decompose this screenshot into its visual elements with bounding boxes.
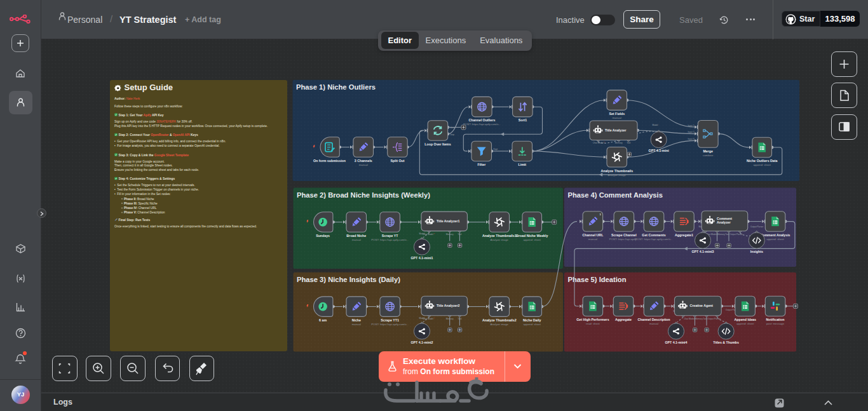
svg-text:Scrape YT1: Scrape YT1 bbox=[381, 318, 399, 322]
svg-text:GPT 4.1-mini1: GPT 4.1-mini1 bbox=[410, 256, 433, 260]
svg-text:manual: manual bbox=[352, 323, 361, 326]
svg-text:Niche Outliers Data: Niche Outliers Data bbox=[747, 159, 778, 163]
svg-text:append: sheet: append: sheet bbox=[766, 238, 784, 241]
svg-text:Tool: Tool bbox=[627, 142, 630, 144]
svg-text:POST: https://api.apify.com/v.: POST: https://api.apify.com/v... bbox=[463, 123, 501, 126]
svg-text:Scrape YT: Scrape YT bbox=[382, 234, 398, 238]
svg-text:POST: https://api.apify...: POST: https://api.apify... bbox=[609, 238, 639, 241]
svg-text:Analyze image: Analyze image bbox=[491, 238, 509, 241]
svg-text:read: sheet: read: sheet bbox=[586, 322, 600, 325]
svg-text:Channel Outliers: Channel Outliers bbox=[468, 118, 495, 122]
svg-text:Notification: Notification bbox=[766, 318, 785, 321]
svg-text:append: sheet: append: sheet bbox=[523, 323, 541, 326]
svg-text:Analyze Thumbnails: Analyze Thumbnails bbox=[600, 169, 633, 173]
svg-text:Input 3: Input 3 bbox=[688, 138, 694, 140]
svg-text:Analyze image: Analyze image bbox=[491, 323, 509, 326]
svg-text:POST: https://api.apify.com/v.: POST: https://api.apify.com/v... bbox=[371, 323, 409, 326]
svg-text:POST: https://api.apify.com/v.: POST: https://api.apify.com/v... bbox=[635, 238, 673, 241]
svg-text:Aggregate1: Aggregate1 bbox=[675, 233, 693, 237]
svg-text:combine: combine bbox=[703, 154, 714, 157]
svg-text:Loop Over Items: Loop Over Items bbox=[424, 142, 451, 146]
svg-text:manual: manual bbox=[359, 163, 368, 166]
svg-text:manual: manual bbox=[649, 322, 658, 325]
svg-text:Analyzer: Analyzer bbox=[717, 220, 731, 224]
svg-text:Niche Daily: Niche Daily bbox=[523, 318, 541, 322]
svg-text:Title Analyzer2: Title Analyzer2 bbox=[437, 304, 459, 307]
svg-text:Channel Description: Channel Description bbox=[637, 318, 670, 321]
svg-text:append: sheet: append: sheet bbox=[753, 163, 771, 166]
svg-text:Chat Model Memory: Chat Model Memory bbox=[684, 318, 703, 320]
svg-text:Broad Niche: Broad Niche bbox=[346, 234, 366, 238]
svg-text:Input 1: Input 1 bbox=[688, 125, 694, 127]
svg-text:Channel URL: Channel URL bbox=[582, 233, 604, 237]
svg-text:Filter: Filter bbox=[477, 163, 485, 166]
svg-text:Split Out: Split Out bbox=[391, 159, 405, 163]
svg-text:Set Fields: Set Fields bbox=[609, 112, 625, 116]
svg-text:Analyze Thumbnails1: Analyze Thumbnails1 bbox=[482, 234, 517, 238]
svg-text:Memory: Memory bbox=[615, 142, 623, 144]
svg-text:POST: https://api.apify.com/v.: POST: https://api.apify.com/v... bbox=[371, 238, 409, 241]
svg-text:Analyze image: Analyze image bbox=[608, 173, 627, 177]
svg-text:manual: manual bbox=[588, 238, 597, 241]
svg-text:GPT 4.1-mini2: GPT 4.1-mini2 bbox=[410, 340, 433, 344]
svg-text:Broad Niche Weekly: Broad Niche Weekly bbox=[516, 234, 548, 238]
svg-text:Output Parser: Output Parser bbox=[750, 226, 764, 228]
svg-text:GPT 4.1-mini3: GPT 4.1-mini3 bbox=[691, 250, 714, 253]
svg-text:manual: manual bbox=[613, 116, 621, 119]
svg-text:Sort1: Sort1 bbox=[519, 118, 527, 122]
svg-text:3 Channels: 3 Channels bbox=[355, 159, 372, 163]
svg-text:Get Comments: Get Comments bbox=[642, 233, 665, 237]
svg-text:post: message: post: message bbox=[766, 322, 785, 325]
svg-text:Comment Analysis: Comment Analysis bbox=[760, 233, 790, 237]
svg-text:Model: Model bbox=[653, 124, 658, 126]
svg-text:Get High Performers: Get High Performers bbox=[576, 318, 609, 321]
svg-text:Model: Model bbox=[419, 317, 425, 320]
svg-text:Title Analyzer: Title Analyzer bbox=[605, 128, 626, 132]
svg-text:manual: manual bbox=[352, 238, 361, 241]
svg-text:Model: Model bbox=[419, 232, 425, 235]
svg-text:append: sheet: append: sheet bbox=[736, 322, 754, 325]
svg-text:Merge: Merge bbox=[703, 149, 713, 153]
svg-text:Scrape Channel: Scrape Channel bbox=[611, 233, 637, 237]
svg-text:GPT 4.1-mini: GPT 4.1-mini bbox=[649, 149, 670, 152]
svg-text:Titles & Thumbs: Titles & Thumbs bbox=[713, 340, 739, 344]
svg-text:Sundays: Sundays bbox=[316, 234, 330, 238]
svg-text:Tool Output Parser: Tool Output Parser bbox=[725, 233, 743, 236]
svg-text:Input 2: Input 2 bbox=[688, 131, 694, 133]
svg-text:Niche: Niche bbox=[352, 318, 361, 322]
svg-text:GPT 4.1-mini4: GPT 4.1-mini4 bbox=[665, 340, 687, 344]
svg-text:Kept: Kept bbox=[494, 148, 498, 151]
svg-text:append: sheet: append: sheet bbox=[523, 238, 541, 241]
svg-text:Creative Agent: Creative Agent bbox=[690, 304, 714, 307]
svg-text:6 am: 6 am bbox=[319, 318, 327, 322]
svg-text:Title Analyzer1: Title Analyzer1 bbox=[437, 219, 459, 223]
svg-text:loop: loop bbox=[451, 133, 455, 136]
svg-text:Append Ideas: Append Ideas bbox=[734, 318, 756, 321]
svg-text:On form submission: On form submission bbox=[313, 159, 346, 163]
svg-text:Insights: Insights bbox=[750, 250, 763, 253]
svg-text:Aggregate: Aggregate bbox=[615, 318, 632, 321]
svg-text:Limit: Limit bbox=[519, 163, 527, 166]
svg-text:Analyze Thumbnails2: Analyze Thumbnails2 bbox=[482, 318, 517, 322]
